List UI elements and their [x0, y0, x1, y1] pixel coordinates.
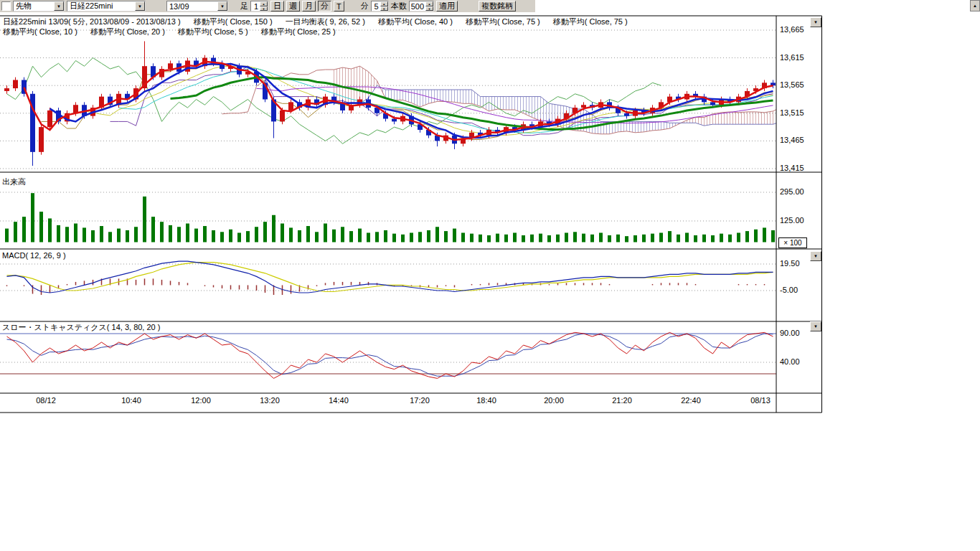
chevron-down-icon[interactable]: ▼: [135, 1, 145, 11]
volume-panel-label: 出来高: [2, 176, 26, 187]
toolbar: 先物 ▼ 日経225mini ▼ 13/09 ▼ 足 1 ▲▼ 日 週 月 分 …: [0, 0, 535, 12]
price-panel-menu-button[interactable]: ▼: [810, 17, 821, 27]
legend-item: 日経225mini 13/09( 5分, 2013/08/09 - 2013/0…: [3, 17, 181, 27]
scrollbar-up-button[interactable]: ▲: [970, 0, 980, 11]
minute-unit-label: 分: [361, 1, 369, 11]
legend-item: 移動平均( Close, 25 ): [261, 27, 336, 37]
chart-application-window: 先物 ▼ 日経225mini ▼ 13/09 ▼ 足 1 ▲▼ 日 週 月 分 …: [0, 0, 980, 551]
contract-month-select[interactable]: 13/09 ▼: [166, 1, 228, 11]
bar-interval-spinner[interactable]: 1 ▲▼: [250, 1, 268, 11]
macd-panel-label: MACD( 12, 26, 9 ): [2, 251, 66, 260]
legend-item: 移動平均( Close, 75 ): [553, 17, 628, 27]
category-select-value: 先物: [16, 1, 52, 11]
bar-interval-value: 1: [251, 1, 260, 11]
symbol-select[interactable]: 日経225mini ▼: [67, 1, 146, 11]
legend-item: 移動平均( Close, 75 ): [466, 17, 540, 27]
stoch-panel-menu-button[interactable]: ▼: [810, 321, 821, 331]
legend-item: 移動平均( Close, 40 ): [378, 17, 453, 27]
legend-item: 移動平均( Close, 10 ): [3, 27, 77, 37]
bar-type-label: 足: [240, 1, 248, 11]
legend-item: 移動平均( Close, 5 ): [178, 27, 248, 37]
bar-count-spinner[interactable]: 500 ▲▼: [409, 1, 434, 11]
macd-panel-menu-button[interactable]: ▼: [810, 251, 821, 261]
chevron-down-icon[interactable]: ▼: [54, 1, 64, 11]
stoch-panel-label: スロー・ストキャスティクス( 14, 3, 80, 20 ): [2, 322, 160, 333]
legend-item: 一目均衡表( 9, 26, 52 ): [286, 17, 365, 27]
legend-item: 移動平均( Close, 150 ): [194, 17, 273, 27]
bar-count-label: 本数: [391, 1, 407, 11]
chart-canvas[interactable]: [0, 12, 823, 414]
minute-interval-spinner[interactable]: 5 ▲▼: [371, 1, 389, 11]
minute-interval-value: 5: [372, 1, 380, 11]
volume-multiplier-box: × 100: [778, 237, 807, 248]
period-weekly-button[interactable]: 週: [286, 1, 300, 11]
bar-count-value: 500: [410, 1, 425, 11]
period-tick-button[interactable]: T: [334, 1, 344, 11]
legend-item: 移動平均( Close, 20 ): [90, 27, 165, 37]
app-icon: [1, 1, 11, 11]
indicator-legend-row-1: 日経225mini 13/09( 5分, 2013/08/09 - 2013/0…: [3, 17, 628, 27]
multi-symbol-button[interactable]: 複数銘柄: [479, 1, 516, 11]
contract-month-value: 13/09: [169, 2, 216, 11]
chevron-down-icon[interactable]: ▼: [217, 1, 227, 11]
symbol-select-value: 日経225mini: [70, 1, 133, 11]
period-monthly-button[interactable]: 月: [302, 1, 316, 11]
period-minute-button[interactable]: 分: [318, 1, 331, 11]
period-daily-button[interactable]: 日: [270, 1, 284, 11]
indicator-legend-row-2: 移動平均( Close, 10 ) 移動平均( Close, 20 ) 移動平均…: [3, 27, 336, 37]
spinner-down-icon[interactable]: ▼: [260, 6, 268, 11]
apply-button[interactable]: 適用: [436, 1, 458, 11]
spinner-down-icon[interactable]: ▼: [425, 6, 433, 11]
spinner-down-icon[interactable]: ▼: [380, 6, 388, 11]
category-select[interactable]: 先物 ▼: [13, 1, 65, 11]
